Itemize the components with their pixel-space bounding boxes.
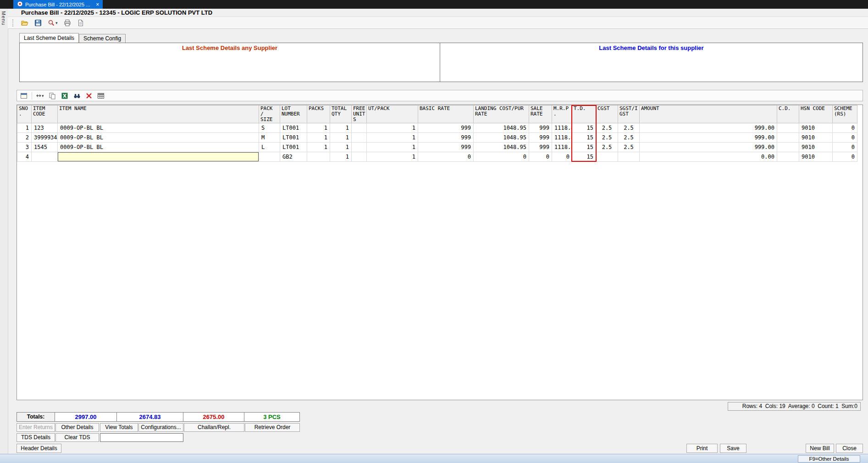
grid-cell[interactable] (777, 123, 799, 133)
grid-cell[interactable]: 9010 (799, 133, 833, 143)
close-button[interactable]: Close (836, 444, 863, 453)
form-view-icon[interactable] (19, 91, 28, 101)
col-cgst[interactable]: CGST (596, 105, 618, 123)
grid-cell[interactable]: 15 (572, 123, 596, 133)
grid-cell[interactable]: LT001 (280, 133, 307, 143)
col-cd[interactable]: C.D. (777, 105, 799, 123)
grid-cell[interactable]: 2.5 (596, 133, 618, 143)
grid-cell[interactable]: 999.00 (640, 143, 777, 152)
col-packs[interactable]: PACKS (307, 105, 330, 123)
grid-cell[interactable]: 2.5 (596, 143, 618, 152)
col-sno[interactable]: SNO . (17, 105, 32, 123)
grid-cell[interactable] (596, 152, 618, 162)
grid-cell[interactable]: 1545 (32, 143, 58, 152)
f9-other-details-hint[interactable]: F9=Other Details (798, 455, 860, 463)
grid-cell[interactable]: 1 (367, 152, 418, 162)
export-icon[interactable] (76, 18, 85, 28)
grid-cell[interactable]: 1 (330, 123, 352, 133)
grid-cell[interactable]: 9010 (799, 152, 833, 162)
grid-cell[interactable]: 15 (572, 152, 596, 162)
grid-cell[interactable]: 1 (307, 133, 330, 143)
col-hsn-code[interactable]: HSN CODE (799, 105, 833, 123)
grid-cell[interactable]: 0009-OP-BL BL (58, 143, 259, 152)
grid-cell[interactable]: 1048.95 (474, 143, 529, 152)
col-landing-cost[interactable]: LANDING COST/PUR RATE (474, 105, 529, 123)
tab-last-scheme-details[interactable]: Last Scheme Details (19, 33, 79, 43)
grid-cell[interactable]: 1048.95 (474, 123, 529, 133)
grid-cell[interactable]: 0 (833, 152, 857, 162)
grid-cell[interactable]: 1 (330, 133, 352, 143)
grid-cell[interactable] (259, 152, 280, 162)
grid-cell[interactable]: 0009-OP-BL BL (58, 133, 259, 143)
grid-cell[interactable]: LT001 (280, 143, 307, 152)
grid-cell[interactable]: 1 (330, 152, 352, 162)
grid-cell[interactable]: 123 (32, 123, 58, 133)
col-sgst[interactable]: SGST/I GST (618, 105, 640, 123)
grid-cell[interactable]: 0 (418, 152, 474, 162)
col-lot-number[interactable]: LOT NUMBER (280, 105, 307, 123)
print-button[interactable]: Print (686, 444, 718, 453)
grid-cell[interactable] (352, 123, 367, 133)
grid-cell[interactable]: 1048.95 (474, 133, 529, 143)
retrieve-order-button[interactable]: Retrieve Order (245, 423, 300, 432)
grid-cell[interactable]: 1 (367, 143, 418, 152)
col-total-qty[interactable]: TOTAL QTY (330, 105, 352, 123)
grid-cell[interactable] (777, 133, 799, 143)
col-mrp[interactable]: M.R.P . (552, 105, 572, 123)
grid-cell[interactable]: 9010 (799, 123, 833, 133)
item-name-edit-cell[interactable] (58, 152, 259, 162)
grid-cell[interactable] (352, 143, 367, 152)
grid-cell[interactable]: 1118.8 (552, 123, 572, 133)
grid-cell[interactable]: 1 (17, 123, 32, 133)
grid-cell[interactable]: 0.00 (640, 152, 777, 162)
grid-cell[interactable]: 0 (833, 143, 857, 152)
view-totals-button[interactable]: View Totals (100, 423, 138, 432)
grid-cell[interactable]: LT001 (280, 123, 307, 133)
col-item-code[interactable]: ITEM CODE (32, 105, 58, 123)
clear-tds-button[interactable]: Clear TDS (55, 433, 99, 442)
grid-cell[interactable]: 0 (552, 152, 572, 162)
col-pack-size[interactable]: PACK / SIZE (259, 105, 280, 123)
grid-cell[interactable]: GB2 (280, 152, 307, 162)
grid-cell[interactable]: 0 (474, 152, 529, 162)
excel-export-icon[interactable]: X (60, 91, 69, 101)
grid-cell[interactable]: 1118.8 (552, 143, 572, 152)
copy-icon[interactable] (48, 91, 57, 101)
grid-cell[interactable]: 1 (307, 123, 330, 133)
grid-cell[interactable]: 1 (307, 143, 330, 152)
grid-cell[interactable]: 0 (529, 152, 552, 162)
grid-cell[interactable]: 15 (572, 143, 596, 152)
grid-settings-icon[interactable] (96, 91, 105, 101)
grid-cell[interactable]: 999 (529, 133, 552, 143)
grid-cell[interactable]: 39999342 (32, 133, 58, 143)
grid-cell[interactable]: M (259, 133, 280, 143)
col-td[interactable]: T.D. (572, 105, 596, 123)
grid-cell[interactable]: 999 (529, 143, 552, 152)
grid-cell[interactable]: 999.00 (640, 123, 777, 133)
other-details-button[interactable]: Other Details (55, 423, 99, 432)
grid-cell[interactable] (32, 152, 58, 162)
grid-cell[interactable]: L (259, 143, 280, 152)
find-icon[interactable] (72, 91, 82, 101)
grid-cell[interactable]: S (259, 123, 280, 133)
grid-cell[interactable]: 999 (418, 123, 474, 133)
grid-cell[interactable] (352, 133, 367, 143)
configurations-button[interactable]: Configurations... (138, 423, 183, 432)
grid-cell[interactable]: 0 (833, 133, 857, 143)
grid-cell[interactable]: 3 (17, 143, 32, 152)
col-sale-rate[interactable]: SALE RATE (529, 105, 552, 123)
grid-cell[interactable]: 9010 (799, 143, 833, 152)
open-icon[interactable] (20, 18, 29, 28)
grid-cell[interactable]: 1 (367, 133, 418, 143)
grid-cell[interactable]: 1118.8 (552, 133, 572, 143)
grid-cell[interactable]: 2.5 (618, 123, 640, 133)
tds-details-button[interactable]: TDS Details (17, 433, 55, 442)
col-scheme[interactable]: SCHEME (RS) (833, 105, 857, 123)
new-bill-button[interactable]: New Bill (806, 444, 834, 453)
grid-cell[interactable]: 999 (529, 123, 552, 133)
col-ut-pack[interactable]: UT/PACK (367, 105, 418, 123)
grid-cell[interactable]: 1 (367, 123, 418, 133)
zoom-dropdown-icon[interactable]: ▾ (47, 18, 59, 28)
print-icon[interactable] (63, 18, 72, 28)
header-details-button[interactable]: Header Details (17, 444, 61, 453)
